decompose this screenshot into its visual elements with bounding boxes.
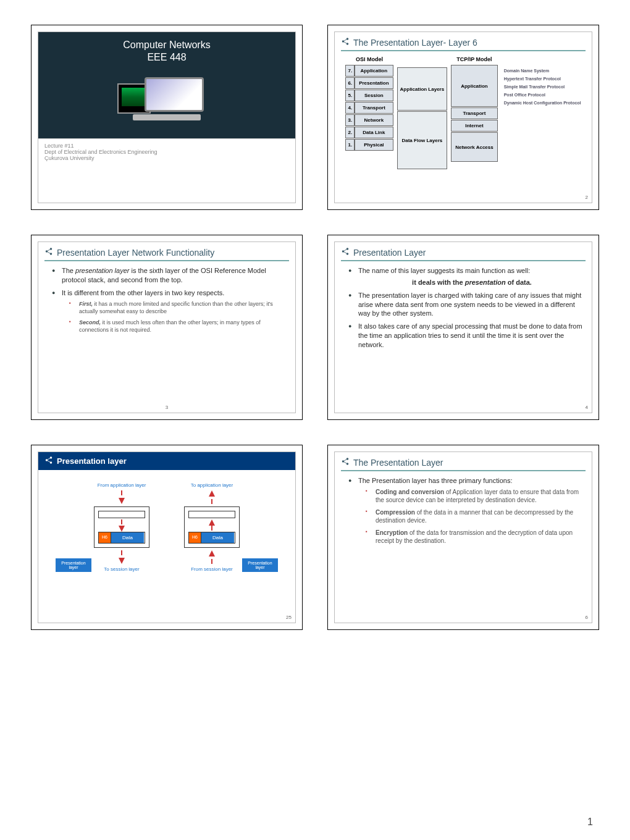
osi-tcp-diagram: OSI Model 7. 6. 5. 4. 3. 2. 1. Applica xyxy=(341,56,586,169)
slide-1: Computer Networks EEE 448 Lecture #11 De… xyxy=(31,25,303,210)
lecture-number: Lecture #11 xyxy=(44,143,289,149)
slide-title: The Presentation Layer xyxy=(353,458,443,468)
slide-number: 3 xyxy=(166,405,168,410)
slide-title: Presentation Layer Network Functionality xyxy=(57,248,214,258)
svg-point-1 xyxy=(346,38,349,40)
slide-number: 25 xyxy=(286,615,292,620)
svg-point-0 xyxy=(342,40,345,43)
slide-number: 6 xyxy=(586,615,588,620)
svg-point-12 xyxy=(342,460,345,463)
svg-point-2 xyxy=(346,43,349,45)
slide-number: 2 xyxy=(586,195,588,200)
svg-point-3 xyxy=(46,250,48,253)
slide-title: The Presentation Layer- Layer 6 xyxy=(353,38,477,48)
share-icon xyxy=(44,247,53,258)
svg-point-9 xyxy=(46,459,48,461)
share-icon xyxy=(44,456,53,466)
svg-point-4 xyxy=(50,248,52,250)
share-icon xyxy=(341,37,350,48)
course-title: Computer Networks xyxy=(44,40,289,51)
department: Dept of Electrical and Electronics Engin… xyxy=(44,149,289,155)
svg-point-7 xyxy=(346,248,349,250)
svg-point-14 xyxy=(346,463,349,465)
title-graphic xyxy=(44,68,289,130)
slide-3: Presentation Layer Network Functionality… xyxy=(31,235,303,420)
slide-6: The Presentation Layer The Presentation … xyxy=(327,445,599,630)
svg-point-5 xyxy=(50,253,52,255)
svg-point-10 xyxy=(50,456,52,459)
university: Çukurova University xyxy=(44,155,289,161)
slide-title: Presentation Layer xyxy=(353,248,426,258)
slide-5: Presentation layer Presentation layer Fr… xyxy=(31,445,303,630)
slide-2: The Presentation Layer- Layer 6 OSI Mode… xyxy=(327,25,599,210)
svg-point-11 xyxy=(50,461,52,464)
slide-4: Presentation Layer The name of this laye… xyxy=(327,235,599,420)
share-icon xyxy=(341,457,350,468)
course-code: EEE 448 xyxy=(44,52,289,63)
slide-number: 4 xyxy=(586,405,588,410)
svg-point-8 xyxy=(346,253,349,255)
svg-point-13 xyxy=(346,458,349,460)
slide-title: Presentation layer xyxy=(57,456,127,466)
share-icon xyxy=(341,247,350,258)
svg-point-6 xyxy=(342,250,345,253)
